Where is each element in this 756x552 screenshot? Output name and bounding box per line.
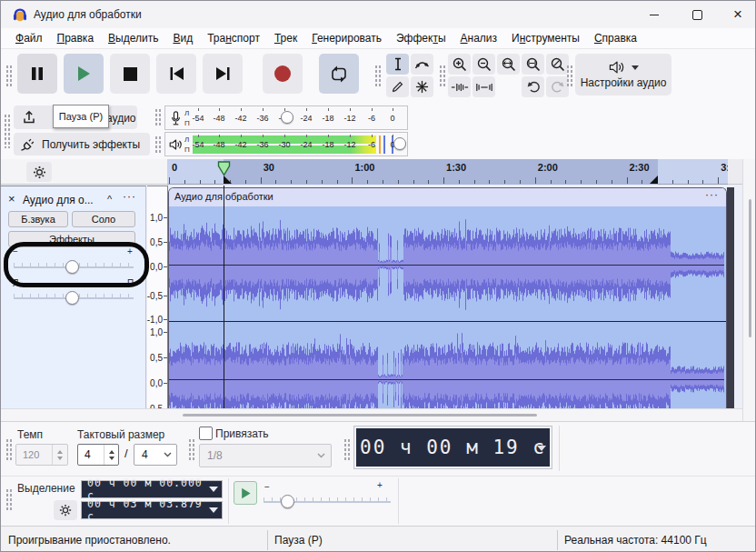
envelope-tool-button[interactable]: [411, 54, 433, 75]
menu-item[interactable]: Справка: [587, 29, 644, 47]
toolbar-grip[interactable]: [5, 438, 12, 462]
vertical-scrollbar[interactable]: [742, 159, 756, 421]
clip-header[interactable]: Аудио для обработки ···: [169, 188, 726, 206]
menu-item[interactable]: Файл: [8, 29, 50, 47]
window-title: Аудио для обработки: [34, 8, 142, 21]
record-button[interactable]: [263, 54, 303, 94]
toolbar-grip[interactable]: [5, 65, 12, 88]
vertical-scrollbar-thumb[interactable]: [749, 199, 751, 337]
play-at-speed-button[interactable]: [234, 481, 257, 505]
dropdown-arrow-icon[interactable]: [209, 507, 218, 513]
toolbar-grip[interactable]: [439, 65, 445, 88]
toolbar-grip[interactable]: [343, 438, 350, 462]
audio-clip[interactable]: Аудио для обработки ···: [168, 187, 727, 408]
status-message: Проигрывание приостановлено.: [8, 534, 171, 547]
track-menu-icon[interactable]: ···: [123, 190, 136, 203]
horizontal-scrollbar[interactable]: [1, 408, 742, 421]
selection-options-button[interactable]: [54, 500, 77, 520]
tempo-spinner[interactable]: 120: [15, 444, 68, 466]
get-effects-button[interactable]: Получить эффекты: [14, 133, 150, 156]
menu-item[interactable]: Выделить: [101, 29, 165, 47]
minimize-button[interactable]: [634, 1, 674, 28]
timeline-options-button[interactable]: [26, 162, 52, 182]
audio-position-display[interactable]: 00 ч 00 м 19 с: [356, 428, 550, 467]
selection-start-field[interactable]: 00 ч 00 м 00.000 с: [81, 480, 223, 498]
waveform-channel-left[interactable]: [169, 206, 726, 321]
track-close-icon[interactable]: ×: [8, 192, 15, 206]
time-signature-lower-select[interactable]: 4: [134, 444, 177, 466]
waveform-channel-right[interactable]: [169, 322, 726, 408]
close-button[interactable]: ×: [718, 1, 756, 28]
undo-button[interactable]: [522, 76, 544, 97]
timeline-ruler[interactable]: 0301:001:302:002:303:00: [167, 159, 728, 185]
loop-start-marker[interactable]: [224, 176, 233, 185]
toolbar-grip[interactable]: [154, 108, 161, 126]
fit-selection-button[interactable]: [497, 54, 520, 75]
loop-button[interactable]: [319, 54, 359, 94]
skip-to-start-icon: [169, 66, 184, 81]
zoom-out-button[interactable]: [472, 54, 495, 75]
menu-item[interactable]: Правка: [50, 29, 102, 47]
loop-region[interactable]: [224, 159, 658, 185]
menu-item[interactable]: Транспорт: [200, 29, 267, 47]
menu-item[interactable]: Эффекты: [389, 29, 453, 47]
meter-scale-label: -36: [256, 140, 268, 149]
loop-end-marker[interactable]: [650, 176, 659, 185]
snap-checkbox[interactable]: [199, 427, 213, 440]
recording-meter[interactable]: Л П -54-48-42-36-30-24-18-12-60: [164, 105, 408, 130]
vertical-ruler[interactable]: 1,00,50,0-0,5-1,01,00,50,0-0,5: [147, 186, 168, 408]
toolbar-grip[interactable]: [154, 135, 161, 154]
trim-audio-button[interactable]: [448, 76, 471, 97]
solo-button[interactable]: Соло: [72, 211, 135, 227]
horizontal-scrollbar-thumb[interactable]: [183, 414, 537, 417]
play-button[interactable]: [64, 54, 104, 94]
skip-to-end-button[interactable]: [203, 54, 243, 94]
silence-audio-button[interactable]: [472, 76, 495, 97]
clip-menu-icon[interactable]: ···: [705, 188, 719, 201]
toolbar-grip[interactable]: [566, 65, 572, 88]
speed-slider-thumb[interactable]: [281, 495, 294, 508]
track-name[interactable]: Аудио для о...: [23, 194, 94, 206]
vertical-ruler-label: -0,5: [147, 291, 163, 301]
skip-to-start-button[interactable]: [156, 54, 196, 94]
meter-tick: [350, 108, 351, 111]
selection-tool-button[interactable]: [386, 54, 409, 75]
selection-end-field[interactable]: 00 ч 03 м 03.879 с: [81, 501, 223, 519]
waveform-canvas-right[interactable]: [169, 322, 726, 408]
track-collapse-icon[interactable]: ^: [107, 194, 112, 205]
zoom-in-button[interactable]: [448, 54, 471, 75]
zoom-in-icon: [453, 57, 467, 72]
timeline-label: 0: [172, 162, 177, 173]
record-volume-thumb[interactable]: [281, 111, 293, 124]
toolbar-grip[interactable]: [188, 438, 194, 462]
meter-scale-label: -24: [300, 114, 312, 123]
mute-button[interactable]: Б.звука: [8, 211, 68, 227]
playback-meter[interactable]: Л П -54-48-42-36-30-24-18-12-60: [164, 132, 408, 156]
time-signature-upper-spinner[interactable]: 4: [77, 444, 119, 466]
stop-button[interactable]: [110, 54, 150, 94]
pause-button[interactable]: [17, 54, 57, 94]
menu-item[interactable]: Генерировать: [304, 29, 389, 47]
meter-scale-label: -30: [278, 140, 290, 149]
menu-item[interactable]: Анализ: [453, 29, 505, 47]
playhead-marker[interactable]: [217, 161, 231, 176]
time-format-arrow-icon[interactable]: [537, 446, 546, 451]
menu-item[interactable]: Трек: [267, 29, 304, 47]
playback-volume-thumb[interactable]: [393, 137, 406, 150]
toolbar-grip[interactable]: [4, 114, 10, 148]
waveform-canvas-left[interactable]: [169, 206, 726, 321]
snap-select[interactable]: 1/8: [199, 444, 332, 467]
tempo-spinner-arrows[interactable]: [52, 445, 67, 465]
pan-slider-thumb[interactable]: [65, 291, 79, 305]
draw-tool-button[interactable]: [386, 76, 409, 97]
time-signature-spinner-arrows[interactable]: [104, 445, 118, 465]
audio-setup-button[interactable]: Настройки аудио: [575, 54, 671, 95]
fit-project-button[interactable]: [522, 54, 544, 75]
toolbar-grip[interactable]: [5, 488, 12, 512]
menu-item[interactable]: Вид: [165, 29, 200, 47]
dropdown-arrow-icon[interactable]: [209, 487, 218, 492]
menu-item[interactable]: Инструменты: [504, 29, 587, 47]
multi-tool-button[interactable]: [411, 76, 433, 97]
maximize-button[interactable]: [677, 1, 717, 28]
toolbar-grip[interactable]: [374, 65, 381, 88]
